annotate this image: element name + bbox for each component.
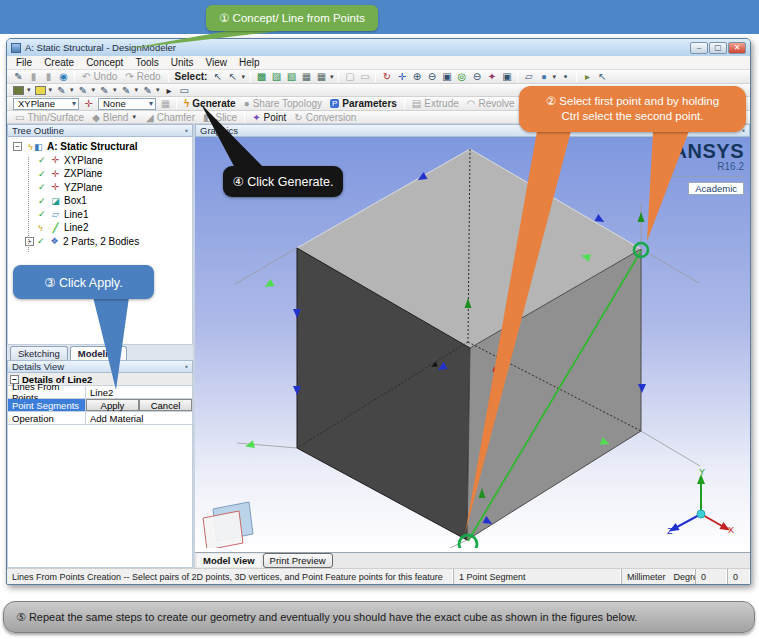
tree-item-zxplane[interactable]: ✓ ✛ ZXPlane (8, 167, 192, 181)
vertex-display-icon[interactable]: ▸ (163, 84, 176, 96)
tree-item-parts[interactable]: + ✓ ❖ 2 Parts, 2 Bodies (8, 235, 192, 249)
select-mode-icon[interactable]: ↖ (211, 71, 224, 83)
filter-adjacent-icon[interactable]: ▦ (315, 71, 328, 83)
triad-x-label: X (728, 525, 734, 535)
look-at-face-icon[interactable]: ▱ (522, 71, 535, 83)
line-style-4-icon[interactable]: ✎ (120, 84, 133, 96)
zoom-out-icon[interactable]: ⊖ (425, 71, 438, 83)
filter-body-icon[interactable]: ▦ (300, 71, 313, 83)
dropdown-arrow-icon[interactable]: ▾ (27, 86, 31, 94)
tree-item-yzplane[interactable]: ✓ ✛ YZPlane (8, 181, 192, 195)
callout-step4-text: ④ Click Generate. (233, 174, 334, 189)
save-icon: ▮ (27, 71, 40, 83)
redo-icon: ↷ (125, 71, 133, 82)
tree-item-box1[interactable]: ✓ ◪ Box1 (8, 194, 192, 208)
tree-item-xyplane[interactable]: ✓ ✛ XYPlane (8, 154, 192, 168)
filter-face-icon[interactable]: ▧ (285, 71, 298, 83)
edge-color-swatch[interactable] (34, 84, 47, 96)
property-value[interactable]: Line2 (86, 386, 192, 398)
orientation-triad[interactable]: Y X Z (667, 467, 734, 536)
thin-surface-icon: ▭ (15, 112, 24, 123)
lasso-select-icon: ▭ (358, 71, 371, 83)
dropdown-arrow-icon[interactable]: ▾ (70, 86, 74, 94)
separator (404, 98, 405, 109)
filter-vertex-icon[interactable]: ▩ (255, 71, 268, 83)
tab-print-preview[interactable]: Print Preview (263, 553, 333, 568)
menu-concept[interactable]: Concept (81, 57, 128, 68)
left-panel: Tree Outline ▪ − ϟ ◧ A: Static Structura… (7, 124, 195, 568)
tab-sketching[interactable]: Sketching (10, 346, 68, 360)
dropdown-arrow-icon[interactable]: ▾ (49, 86, 53, 94)
new-plane-icon[interactable]: ✛ (82, 98, 95, 110)
menu-create[interactable]: Create (39, 57, 79, 68)
tab-model-view[interactable]: Model View (197, 554, 261, 567)
details-view-header: Details View ▪ (7, 360, 193, 373)
pan-icon[interactable]: ✛ (395, 71, 408, 83)
minimize-button[interactable]: – (690, 42, 708, 54)
pin-icon[interactable]: ▪ (185, 126, 188, 135)
line-style-1-icon[interactable]: ✎ (55, 84, 68, 96)
tree-item-line2[interactable]: ϟ ╱ Line2 (8, 221, 192, 235)
model-viewport[interactable]: Y X Z ANSYS R16.2 Academic (195, 137, 750, 552)
zoom-in-icon[interactable]: ⊕ (410, 71, 423, 83)
apply-button[interactable]: Apply (86, 399, 139, 411)
maximize-button[interactable]: ▢ (709, 42, 727, 54)
dropdown-arrow-icon[interactable]: ▾ (113, 86, 117, 94)
dropdown-arrow-icon[interactable]: ▾ (241, 73, 245, 81)
parameters-button[interactable]: PParameters (330, 98, 397, 109)
menu-file[interactable]: File (11, 57, 37, 68)
property-value[interactable]: Add Material (86, 412, 192, 424)
edge-joints-icon[interactable]: ▭ (178, 84, 191, 96)
select-mode-dropdown-icon[interactable]: ↖ (226, 71, 239, 83)
point-button[interactable]: ✦Point (252, 112, 286, 123)
zoom-to-fit-icon[interactable]: ◎ (455, 71, 468, 83)
view-tabs: Model View Print Preview (195, 552, 750, 568)
pin-icon[interactable]: ▪ (185, 362, 188, 371)
sketch-combobox[interactable]: None▾ (98, 98, 156, 110)
box-zoom-icon[interactable]: ▣ (440, 71, 453, 83)
new-sketch-grid-icon: ▦ (159, 98, 172, 110)
parts-icon: ❖ (49, 236, 60, 246)
separator (576, 71, 577, 82)
dropdown-arrow-icon[interactable]: ▾ (92, 86, 96, 94)
dropdown-arrow-icon[interactable]: ▾ (135, 86, 139, 94)
line-style-5-icon[interactable]: ✎ (141, 84, 154, 96)
image-capture-icon[interactable]: ◉ (57, 71, 70, 83)
callout-step1-text: ① Concept/ Line from Points (219, 11, 365, 25)
model-canvas[interactable]: Y X Z (195, 137, 748, 548)
measure-icon[interactable]: ▸ (581, 71, 594, 83)
dropdown-arrow-icon[interactable]: ▾ (552, 73, 556, 81)
title-bar[interactable]: A: Static Structural - DesignModeler – ▢… (7, 39, 750, 56)
expand-toggle[interactable]: − (13, 142, 22, 151)
cancel-button[interactable]: Cancel (139, 399, 192, 411)
iso-view-icon[interactable]: ✦ (485, 71, 498, 83)
line-style-2-icon[interactable]: ✎ (77, 84, 90, 96)
tree-item-root[interactable]: − ϟ ◧ A: Static Structural (8, 140, 192, 154)
status-field-1: 0 (696, 569, 728, 584)
new-sketch-icon[interactable]: ✎ (12, 71, 25, 83)
selection-info-icon[interactable]: ↖ (596, 71, 609, 83)
menu-help[interactable]: Help (234, 57, 265, 68)
dropdown-arrow-icon[interactable]: ▾ (330, 73, 334, 81)
status-bar: Lines From Points Creation -- Select pai… (7, 568, 750, 584)
tree-item-line1[interactable]: ✓ ▱ Line1 (8, 208, 192, 222)
window-title: A: Static Structural - DesignModeler (25, 42, 690, 53)
tab-modeling[interactable]: Modeling (70, 346, 128, 360)
callout-step2-line2: Ctrl select the second point. (562, 109, 704, 124)
magnifier-window-icon[interactable]: ⊖ (470, 71, 483, 83)
filter-edge-icon[interactable]: ▨ (270, 71, 283, 83)
display-points-icon[interactable]: • (559, 71, 572, 83)
expand-toggle[interactable]: + (25, 237, 34, 246)
close-button[interactable]: ✕ (728, 42, 746, 54)
rotate-icon[interactable]: ↻ (380, 71, 393, 83)
plane-combobox[interactable]: XYPlane▾ (13, 98, 79, 110)
menu-tools[interactable]: Tools (130, 57, 163, 68)
line-style-3-icon[interactable]: ✎ (98, 84, 111, 96)
menu-view[interactable]: View (201, 57, 233, 68)
dropdown-arrow-icon[interactable]: ▾ (156, 86, 160, 94)
display-model-icon[interactable]: ● (537, 71, 550, 83)
restore-view-icon[interactable]: ▣ (500, 71, 513, 83)
generate-button[interactable]: ϟGenerate (184, 98, 236, 109)
face-color-swatch[interactable] (12, 84, 25, 96)
menu-units[interactable]: Units (166, 57, 199, 68)
